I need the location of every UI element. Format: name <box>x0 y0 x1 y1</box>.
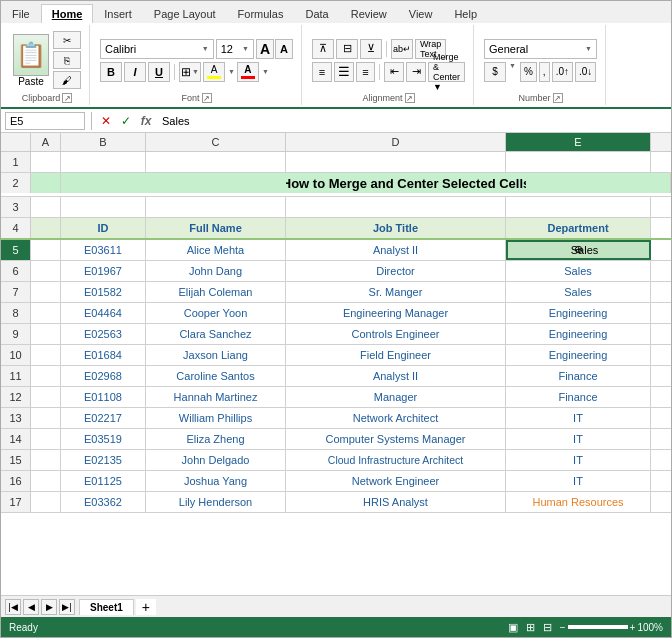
cell-b16[interactable]: E01125 <box>61 471 146 491</box>
row-header-1[interactable]: 1 <box>1 152 31 172</box>
cell-c12[interactable]: Hannah Martinez <box>146 387 286 407</box>
align-right-button[interactable]: ≡ <box>356 62 376 82</box>
cell-e7[interactable]: Sales <box>506 282 651 302</box>
row-header-4[interactable]: 4 <box>1 218 31 238</box>
col-header-d[interactable]: D <box>286 133 506 151</box>
cell-a4[interactable] <box>31 218 61 238</box>
cell-c10[interactable]: Jaxson Liang <box>146 345 286 365</box>
cell-a5[interactable] <box>31 240 61 260</box>
cell-b12[interactable]: E01108 <box>61 387 146 407</box>
copy-button[interactable]: ⎘ <box>53 51 81 69</box>
cell-b7[interactable]: E01582 <box>61 282 146 302</box>
align-left-button[interactable]: ≡ <box>312 62 332 82</box>
cell-e6[interactable]: Sales <box>506 261 651 281</box>
tab-data[interactable]: Data <box>294 4 339 23</box>
cell-a3[interactable] <box>31 197 61 217</box>
cell-b15[interactable]: E02135 <box>61 450 146 470</box>
font-shrink-button[interactable]: A <box>275 39 293 59</box>
sheet-prev-button[interactable]: ◀ <box>23 599 39 615</box>
row-header-14[interactable]: 14 <box>1 429 31 449</box>
cell-a1[interactable] <box>31 152 61 172</box>
row-header-8[interactable]: 8 <box>1 303 31 323</box>
number-expand-icon[interactable]: ↗ <box>553 93 563 103</box>
cell-c1[interactable] <box>146 152 286 172</box>
formula-input[interactable] <box>158 112 667 130</box>
cell-d2[interactable]: How to Merge and Center Selected Cells <box>286 173 526 193</box>
cell-c15[interactable]: John Delgado <box>146 450 286 470</box>
tab-file[interactable]: File <box>1 4 41 23</box>
row-header-11[interactable]: 11 <box>1 366 31 386</box>
cell-e13[interactable]: IT <box>506 408 651 428</box>
sheet-tab-sheet1[interactable]: Sheet1 <box>79 599 134 615</box>
tab-review[interactable]: Review <box>340 4 398 23</box>
row-header-6[interactable]: 6 <box>1 261 31 281</box>
tab-view[interactable]: View <box>398 4 444 23</box>
cell-c6[interactable]: John Dang <box>146 261 286 281</box>
cell-c8[interactable]: Cooper Yoon <box>146 303 286 323</box>
col-header-c[interactable]: C <box>146 133 286 151</box>
font-name-dropdown[interactable]: Calibri ▼ <box>100 39 214 59</box>
decrease-decimal-button[interactable]: .0↓ <box>575 62 596 82</box>
align-bottom-button[interactable]: ⊻ <box>360 39 382 59</box>
align-middle-button[interactable]: ⊟ <box>336 39 358 59</box>
alignment-expand-icon[interactable]: ↗ <box>405 93 415 103</box>
cell-b13[interactable]: E02217 <box>61 408 146 428</box>
format-painter-button[interactable]: 🖌 <box>53 71 81 89</box>
cell-reference-box[interactable]: E5 <box>5 112 85 130</box>
row-header-5[interactable]: 5 <box>1 240 31 260</box>
cell-c16[interactable]: Joshua Yang <box>146 471 286 491</box>
cell-b5[interactable]: E03611 <box>61 240 146 260</box>
accounting-button[interactable]: $ <box>484 62 506 82</box>
cell-b14[interactable]: E03519 <box>61 429 146 449</box>
cell-e3[interactable] <box>506 197 651 217</box>
cell-d11[interactable]: Analyst II <box>286 366 506 386</box>
row-header-12[interactable]: 12 <box>1 387 31 407</box>
cell-c11[interactable]: Caroline Santos <box>146 366 286 386</box>
cell-b10[interactable]: E01684 <box>61 345 146 365</box>
clipboard-expand-icon[interactable]: ↗ <box>62 93 72 103</box>
font-expand-icon[interactable]: ↗ <box>202 93 212 103</box>
cell-b8[interactable]: E04464 <box>61 303 146 323</box>
page-break-button[interactable]: ⊟ <box>543 621 552 634</box>
cell-c9[interactable]: Clara Sanchez <box>146 324 286 344</box>
cell-a2[interactable] <box>31 173 61 193</box>
row-header-9[interactable]: 9 <box>1 324 31 344</box>
increase-decimal-button[interactable]: .0↑ <box>552 62 573 82</box>
italic-button[interactable]: I <box>124 62 146 82</box>
merge-center-button[interactable]: Merge & Center ▼ <box>428 62 465 82</box>
increase-indent-button[interactable]: ⇥ <box>406 62 426 82</box>
cell-b3[interactable] <box>61 197 146 217</box>
cell-a14[interactable] <box>31 429 61 449</box>
cell-e14[interactable]: IT <box>506 429 651 449</box>
fill-color-button[interactable]: A <box>203 62 225 82</box>
cell-d13[interactable]: Network Architect <box>286 408 506 428</box>
percent-button[interactable]: % <box>520 62 537 82</box>
cell-e12[interactable]: Finance <box>506 387 651 407</box>
row-header-10[interactable]: 10 <box>1 345 31 365</box>
cell-a7[interactable] <box>31 282 61 302</box>
font-color-button[interactable]: A <box>237 62 259 82</box>
cell-c2[interactable] <box>146 173 286 193</box>
cell-d7[interactable]: Sr. Manger <box>286 282 506 302</box>
bold-button[interactable]: B <box>100 62 122 82</box>
row-header-13[interactable]: 13 <box>1 408 31 428</box>
cell-c3[interactable] <box>146 197 286 217</box>
normal-view-button[interactable]: ▣ <box>508 621 518 634</box>
cell-b1[interactable] <box>61 152 146 172</box>
row-header-15[interactable]: 15 <box>1 450 31 470</box>
cell-d15[interactable]: Cloud Infrastructure Architect <box>286 450 506 470</box>
zoom-slider[interactable] <box>568 625 628 629</box>
cell-a11[interactable] <box>31 366 61 386</box>
cut-button[interactable]: ✂ <box>53 31 81 49</box>
cell-d3[interactable] <box>286 197 506 217</box>
cell-e8[interactable]: Engineering <box>506 303 651 323</box>
text-direction-button[interactable]: ab↵ <box>391 39 413 59</box>
font-grow-button[interactable]: A <box>256 39 274 59</box>
cell-d1[interactable] <box>286 152 506 172</box>
cell-c4[interactable]: Full Name <box>146 218 286 238</box>
cell-a10[interactable] <box>31 345 61 365</box>
cell-e5[interactable]: ⊕ Sales <box>506 240 651 260</box>
cell-c17[interactable]: Lily Henderson <box>146 492 286 512</box>
cell-d6[interactable]: Director <box>286 261 506 281</box>
col-header-a[interactable]: A <box>31 133 61 151</box>
